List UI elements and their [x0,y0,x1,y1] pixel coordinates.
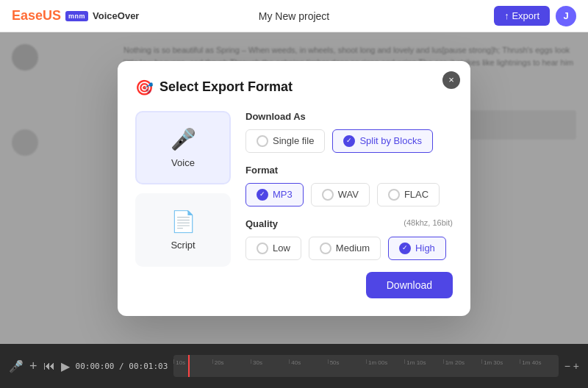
high-check [399,242,411,254]
split-by-blocks-option[interactable]: Split by Blocks [332,129,433,153]
mark-20s: 20s [212,359,251,364]
medium-check [320,242,331,254]
split-blocks-check [343,135,355,147]
zoom-in-button[interactable]: + [573,360,579,372]
split-blocks-label: Split by Blocks [359,135,422,146]
flac-option[interactable]: FLAC [377,183,440,206]
wav-check [322,189,334,201]
logo-area: EaseUS mnm VoiceOver [12,8,139,24]
modal-body: 🎤 Voice 📄 Script Download As [135,111,453,298]
main-area: Nothing is so beautiful as Spring – When… [0,32,588,344]
mp3-check [257,189,268,201]
quality-hint: (48khz, 16bit) [404,218,453,227]
microphone-icon: 🎤 [171,127,196,151]
modal-title: Select Export Format [159,79,293,95]
timeline-ruler: 10s 20s 30s 40s 50s 1m 00s 1m 10s 1m 20s… [173,355,558,364]
script-card[interactable]: 📄 Script [135,193,231,267]
download-as-title: Download As [245,111,453,122]
export-button[interactable]: ↑ Export [494,6,550,26]
project-title: My New project [259,10,329,22]
single-file-option[interactable]: Single file [245,129,325,153]
timeline-play-button[interactable]: ▶ [61,359,70,373]
mark-1m40s: 1m 40s [520,359,558,364]
quality-options: Low Medium High [245,237,453,260]
voice-card[interactable]: 🎤 Voice [135,111,231,184]
modal-overlay: 🎯 Select Export Format × 🎤 Voice 📄 Scrip… [0,32,588,344]
timeline-track[interactable]: 10s 20s 30s 40s 50s 1m 00s 1m 10s 1m 20s… [173,355,558,377]
quality-title: Quality (48khz, 16bit) [245,218,453,229]
mp3-label: MP3 [273,189,293,200]
modal-right-panel: Download As Single file Split by Blocks … [245,111,453,298]
user-avatar[interactable]: J [556,6,576,26]
timeline-playhead [188,355,190,377]
wav-label: WAV [338,189,359,200]
mnm-badge: mnm [65,11,88,21]
mark-1m30s: 1m 30s [481,359,520,364]
high-label: High [415,242,435,254]
mark-40s: 40s [289,359,327,364]
voice-label: Voice [171,157,195,168]
format-cards: 🎤 Voice 📄 Script [135,111,231,298]
timeline-add-button[interactable]: + [29,359,37,374]
easeus-logo: EaseUS [12,8,61,24]
modal-close-button[interactable]: × [442,71,460,89]
document-icon: 📄 [171,209,196,234]
wav-option[interactable]: WAV [311,183,370,206]
modal-header: 🎯 Select Export Format [135,79,453,96]
topbar: EaseUS mnm VoiceOver My New project ↑ Ex… [0,0,588,32]
format-title: Format [245,165,453,176]
mark-1m00s: 1m 00s [366,359,404,364]
mark-1m20s: 1m 20s [443,359,481,364]
timeline-rewind-button[interactable]: ⏮ [43,359,55,373]
topbar-right: ↑ Export J [494,6,576,26]
download-button[interactable]: Download [366,272,453,298]
low-quality-option[interactable]: Low [245,237,301,260]
download-as-options: Single file Split by Blocks [245,129,453,153]
mark-1m10s: 1m 10s [404,359,442,364]
mark-10s: 10s [173,359,212,364]
modal-footer: Download [245,272,453,298]
single-file-label: Single file [273,135,314,146]
timeline: 🎤 + ⏮ ▶ 00:00:00 / 00:01:03 10s 20s 30s … [0,344,588,388]
voiceover-label: VoiceOver [93,10,139,21]
format-options: MP3 WAV FLAC [245,183,453,206]
mp3-option[interactable]: MP3 [245,183,304,206]
timeline-mic-button[interactable]: 🎤 [9,359,24,373]
script-label: Script [171,240,195,251]
mark-30s: 30s [251,359,289,364]
single-file-check [257,135,268,147]
timeline-time-display: 00:00:00 / 00:01:03 [76,362,168,371]
modal-target-icon: 🎯 [135,79,154,96]
flac-check [388,189,400,201]
export-format-modal: 🎯 Select Export Format × 🎤 Voice 📄 Scrip… [118,61,470,316]
mark-50s: 50s [328,359,366,364]
low-check [257,242,268,254]
high-quality-option[interactable]: High [388,237,446,260]
zoom-out-button[interactable]: − [564,360,570,372]
flac-label: FLAC [404,189,429,200]
zoom-controls: − + [564,360,579,372]
medium-label: Medium [336,242,370,254]
medium-quality-option[interactable]: Medium [309,237,381,260]
low-label: Low [273,242,290,254]
